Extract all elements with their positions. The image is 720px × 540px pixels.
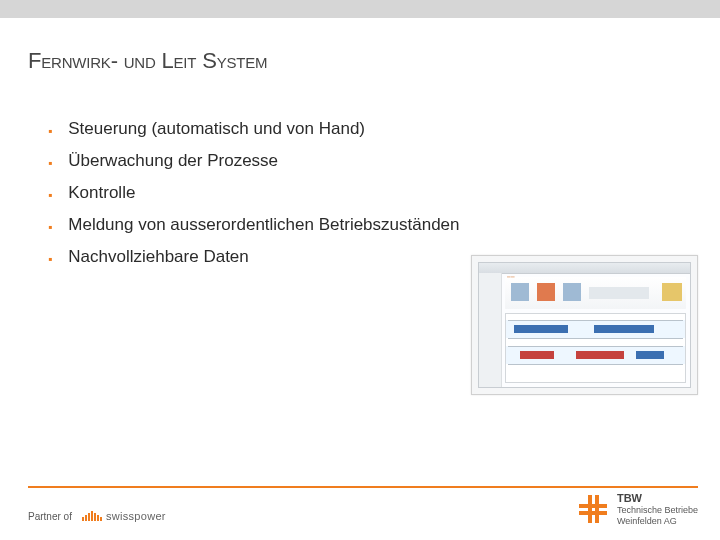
tbw-line: Weinfelden AG bbox=[617, 516, 677, 526]
list-item: ▪Kontrolle bbox=[48, 182, 690, 205]
bullet-text: Nachvollziehbare Daten bbox=[68, 246, 249, 269]
bullet-text: Überwachung der Prozesse bbox=[68, 150, 278, 173]
bullet-icon: ▪ bbox=[48, 155, 52, 171]
title-dash: - bbox=[111, 48, 124, 73]
bullet-icon: ▪ bbox=[48, 251, 52, 267]
tbw-name: TBW bbox=[617, 492, 698, 505]
partner-label: Partner of bbox=[28, 511, 72, 522]
title-part: Fernwirk bbox=[28, 48, 111, 73]
bullet-text: Steuerung (automatisch und von Hand) bbox=[68, 118, 365, 141]
footer-divider bbox=[28, 486, 698, 488]
tbw-line: Technische Betriebe bbox=[617, 505, 698, 515]
footer-left: Partner of swisspower bbox=[28, 510, 166, 522]
list-item: ▪Steuerung (automatisch und von Hand) bbox=[48, 118, 690, 141]
bullet-icon: ▪ bbox=[48, 123, 52, 139]
bullet-text: Meldung von ausserordentlichen Betriebsz… bbox=[68, 214, 459, 237]
title-part: und bbox=[124, 48, 162, 73]
bullet-text: Kontrolle bbox=[68, 182, 135, 205]
swisspower-logo: swisspower bbox=[82, 510, 166, 522]
swisspower-icon bbox=[82, 511, 102, 521]
bullet-list: ▪Steuerung (automatisch und von Hand) ▪Ü… bbox=[48, 118, 690, 278]
title-part: Leit bbox=[162, 48, 203, 73]
list-item: ▪Meldung von ausserordentlichen Betriebs… bbox=[48, 214, 690, 237]
tbw-logo: TBW Technische Betriebe Weinfelden AG bbox=[579, 492, 698, 526]
tbw-text: TBW Technische Betriebe Weinfelden AG bbox=[617, 492, 698, 526]
tbw-icon bbox=[579, 495, 607, 523]
swisspower-name: swisspower bbox=[106, 510, 166, 522]
top-bar bbox=[0, 0, 720, 18]
bullet-icon: ▪ bbox=[48, 219, 52, 235]
slide: Fernwirk- und Leit System ▪Steuerung (au… bbox=[0, 0, 720, 540]
list-item: ▪Überwachung der Prozesse bbox=[48, 150, 690, 173]
slide-title: Fernwirk- und Leit System bbox=[28, 48, 267, 74]
title-part: System bbox=[202, 48, 267, 73]
screenshot-thumbnail: ⎯⎯ bbox=[471, 255, 698, 395]
bullet-icon: ▪ bbox=[48, 187, 52, 203]
